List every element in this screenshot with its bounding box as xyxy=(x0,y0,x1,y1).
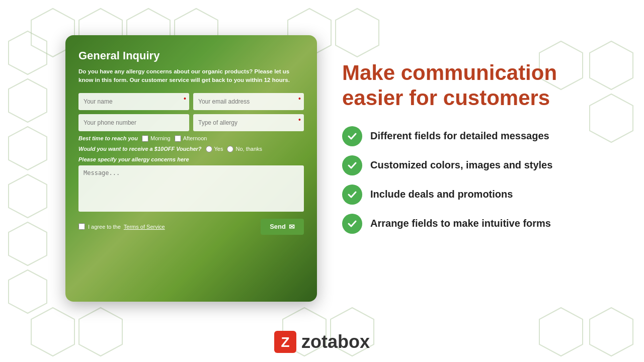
morning-label: Morning xyxy=(150,135,171,141)
best-time-row: Best time to reach you Morning Afternoon xyxy=(78,135,304,142)
send-button[interactable]: Send ✉ xyxy=(261,219,304,235)
check-icon-3 xyxy=(342,185,362,205)
main-headline: Make communication easier for customers xyxy=(342,60,604,111)
feature-text-2: Customized colors, images and styles xyxy=(370,159,552,171)
feature-text-1: Different fields for detailed messages xyxy=(370,130,549,142)
send-label: Send xyxy=(270,223,286,230)
phone-input-wrapper xyxy=(78,114,189,131)
feature-text-4: Arrange fields to make intuitive forms xyxy=(370,218,551,229)
svg-marker-20 xyxy=(539,308,583,356)
feature-item-1: Different fields for detailed messages xyxy=(342,126,604,146)
form-description: Do you have any allergy concerns about o… xyxy=(78,67,304,85)
svg-marker-16 xyxy=(79,308,122,356)
feature-list: Different fields for detailed messages C… xyxy=(342,126,604,234)
tos-wrapper: I agree to the Terms of Service xyxy=(78,223,165,230)
yes-radio-item: Yes xyxy=(206,146,223,152)
headline-line2: easier for customers xyxy=(342,86,550,110)
svg-marker-8 xyxy=(9,127,47,170)
yes-label: Yes xyxy=(214,146,223,152)
tos-link[interactable]: Terms of Service xyxy=(124,224,165,230)
name-input-wrapper: • xyxy=(78,93,189,110)
morning-checkbox-item: Morning xyxy=(142,135,171,142)
name-required-dot: • xyxy=(184,95,186,102)
afternoon-label: Afternoon xyxy=(183,135,207,141)
svg-marker-6 xyxy=(9,31,47,74)
afternoon-checkbox-item: Afternoon xyxy=(175,135,207,142)
message-textarea[interactable] xyxy=(78,165,304,212)
email-required-dot: • xyxy=(298,95,301,102)
phone-input[interactable] xyxy=(78,114,189,131)
email-input[interactable] xyxy=(193,93,304,110)
no-radio-item: No, thanks xyxy=(227,146,262,152)
feature-text-3: Include deals and promotions xyxy=(370,189,513,200)
afternoon-checkbox[interactable] xyxy=(175,135,181,142)
headline-line1: Make communication xyxy=(342,61,557,84)
check-icon-4 xyxy=(342,214,362,234)
tos-text: I agree to the xyxy=(88,224,121,230)
morning-checkbox[interactable] xyxy=(142,135,148,142)
svg-marker-9 xyxy=(9,174,47,218)
voucher-label: Would you want to receive a $10OFF Vouch… xyxy=(78,146,202,152)
email-input-wrapper: • xyxy=(193,93,304,110)
svg-marker-10 xyxy=(9,222,47,265)
brand-logo-icon: Z xyxy=(274,331,296,353)
voucher-row: Would you want to receive a $10OFF Vouch… xyxy=(78,146,304,152)
name-input[interactable] xyxy=(78,93,189,110)
allergy-input-wrapper: • xyxy=(193,114,304,131)
tos-checkbox[interactable] xyxy=(78,223,85,230)
check-icon-2 xyxy=(342,155,362,175)
svg-marker-15 xyxy=(31,308,74,356)
form-content: General Inquiry Do you have any allergy … xyxy=(65,35,317,302)
no-radio[interactable] xyxy=(227,146,233,152)
form-title: General Inquiry xyxy=(78,49,304,62)
send-icon: ✉ xyxy=(289,223,295,231)
feature-item-4: Arrange fields to make intuitive forms xyxy=(342,214,604,234)
svg-marker-5 xyxy=(336,9,379,57)
svg-text:Z: Z xyxy=(281,334,289,350)
svg-marker-11 xyxy=(9,270,47,313)
best-time-label: Best time to reach you xyxy=(78,135,138,141)
name-email-row: • • xyxy=(78,93,304,110)
yes-radio[interactable] xyxy=(206,146,212,152)
concerns-label: Please specify your allergy concerns her… xyxy=(78,156,304,162)
brand-name: zotabox xyxy=(301,331,370,352)
feature-item-3: Include deals and promotions xyxy=(342,185,604,205)
phone-allergy-row: • xyxy=(78,114,304,131)
svg-marker-19 xyxy=(590,308,633,356)
svg-marker-7 xyxy=(9,79,47,122)
allergy-input[interactable] xyxy=(193,114,304,131)
feature-item-2: Customized colors, images and styles xyxy=(342,155,604,175)
form-panel: General Inquiry Do you have any allergy … xyxy=(65,35,317,302)
right-panel: Make communication easier for customers … xyxy=(342,60,604,234)
check-icon-1 xyxy=(342,126,362,146)
brand-footer: Z zotabox xyxy=(274,331,370,353)
no-label: No, thanks xyxy=(235,146,262,152)
form-footer: I agree to the Terms of Service Send ✉ xyxy=(78,219,304,235)
allergy-required-dot: • xyxy=(298,116,301,123)
